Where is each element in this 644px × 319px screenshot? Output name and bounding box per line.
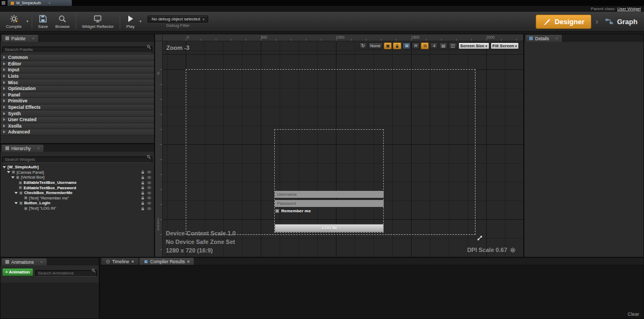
localization-preview-button[interactable]: ▣ <box>384 42 392 49</box>
expander-icon[interactable] <box>14 192 18 194</box>
anchor-none-button[interactable]: None <box>368 42 383 49</box>
palette-category-common[interactable]: Common <box>1 55 154 61</box>
tree-item-text-rememberme[interactable]: [Text] "Remember me" <box>1 196 154 201</box>
tree-item-editabletextbox-username[interactable]: EditableTextBox_Username <box>1 180 154 186</box>
close-icon[interactable]: × <box>32 36 34 41</box>
preview-username-textbox[interactable]: Username <box>275 191 384 198</box>
eye-icon[interactable] <box>147 175 151 180</box>
hierarchy-search-input[interactable] <box>2 157 152 163</box>
save-button[interactable]: Save <box>34 12 52 31</box>
lock-icon[interactable] <box>141 196 145 200</box>
grid-snap-button[interactable]: ⊞ <box>402 42 411 49</box>
tree-item-canvas-panel[interactable]: [Canvas Panel] <box>1 170 154 175</box>
palette-category-xsolla[interactable]: Xsolla <box>1 123 154 130</box>
animations-tab[interactable]: Animations × <box>2 258 47 265</box>
preview-remember-checkbox-row[interactable]: Remember me <box>275 209 311 213</box>
palette-category-advanced[interactable]: Advanced <box>1 129 154 136</box>
expander-icon[interactable] <box>3 112 5 115</box>
expander-icon[interactable] <box>11 176 14 179</box>
hierarchy-tab[interactable]: Hierarchy × <box>2 145 43 152</box>
lock-icon[interactable] <box>141 186 145 190</box>
tree-item-button-login[interactable]: Button_LogIn <box>1 201 154 206</box>
expander-icon[interactable] <box>3 87 5 90</box>
debug-object-dropdown[interactable]: No debug object selected ▾ <box>148 16 208 23</box>
eye-icon[interactable] <box>147 181 151 185</box>
tree-item-checkbox-rememberme[interactable]: CheckBox_RememberMe <box>1 190 154 196</box>
timeline-tab[interactable]: Timeline × <box>101 258 138 265</box>
design-viewport[interactable]: Zoom -3 Username Password Remember me LO… <box>163 41 523 257</box>
tree-item-root[interactable]: [W_SimpleAuth] <box>1 165 154 170</box>
lock-icon[interactable] <box>141 206 145 211</box>
compiler-results-tab[interactable]: Compiler Results × <box>140 258 194 265</box>
compile-options-caret[interactable]: ▾ <box>25 19 30 24</box>
designer-mode-button[interactable]: Designer <box>536 14 591 29</box>
details-tab[interactable]: Details × <box>525 35 562 42</box>
play-options-caret[interactable]: ▾ <box>138 19 143 24</box>
palette-category-panel[interactable]: Panel <box>1 92 154 99</box>
palette-category-synth[interactable]: Synth <box>1 110 154 117</box>
aspect-ratio-button[interactable]: ◫ <box>449 42 457 49</box>
expander-icon[interactable] <box>3 93 5 97</box>
palette-category-primitive[interactable]: Primitive <box>1 98 154 105</box>
expander-icon[interactable] <box>3 68 5 71</box>
close-icon[interactable]: × <box>555 36 558 41</box>
checkbox-box-icon[interactable] <box>275 209 279 213</box>
fill-screen-dropdown[interactable]: Fill Screen▾ <box>491 42 519 49</box>
lock-icon[interactable] <box>141 201 145 205</box>
layout-grid-button[interactable]: ⊞ <box>421 42 429 49</box>
eye-icon[interactable] <box>147 170 151 174</box>
resize-handle-icon[interactable] <box>477 235 483 241</box>
expander-icon[interactable] <box>7 171 10 173</box>
lock-icon[interactable] <box>141 175 145 180</box>
clear-log-button[interactable]: Clear <box>627 311 639 317</box>
lock-icon[interactable] <box>141 170 145 174</box>
palette-category-lists[interactable]: Lists <box>1 73 154 80</box>
lock-icon[interactable] <box>141 191 145 195</box>
expander-icon[interactable] <box>3 99 5 102</box>
eye-icon[interactable] <box>147 201 151 205</box>
expander-icon[interactable] <box>3 81 5 84</box>
eye-icon[interactable] <box>147 191 151 195</box>
palette-category-optimization[interactable]: Optimization <box>1 86 154 92</box>
parent-class-link[interactable]: User Widget <box>617 6 641 11</box>
graph-mode-button[interactable]: Graph <box>603 18 640 26</box>
close-icon[interactable]: × <box>40 259 43 264</box>
close-icon[interactable]: × <box>48 1 50 5</box>
palette-category-user-created[interactable]: User Created <box>1 117 154 123</box>
expander-icon[interactable] <box>3 62 5 65</box>
expander-icon[interactable] <box>3 166 6 168</box>
document-tab[interactable]: W_SimpleAuth × <box>8 0 72 6</box>
lock-icon[interactable] <box>141 181 145 185</box>
palette-category-input[interactable]: Input <box>1 67 154 73</box>
tree-item-editabletextbox-password[interactable]: EditableTextBox_Password <box>1 185 154 190</box>
expander-icon[interactable] <box>3 56 5 59</box>
eye-icon[interactable] <box>147 206 151 211</box>
snap-size-button[interactable]: 4 <box>430 42 438 49</box>
preview-login-button[interactable]: LOG IN <box>275 224 384 232</box>
screen-size-dropdown[interactable]: Screen Size▾ <box>458 42 489 49</box>
widget-reflector-button[interactable]: Widget Reflector <box>78 12 118 31</box>
add-animation-button[interactable]: + Animation <box>2 268 33 276</box>
palette-category-editor[interactable]: Editor <box>1 61 154 68</box>
compile-button[interactable]: Compile <box>2 12 25 31</box>
flow-direction-button[interactable]: ▤ <box>439 42 448 49</box>
preview-password-textbox[interactable]: Password <box>275 200 384 207</box>
lock-toggle-button[interactable] <box>393 42 401 49</box>
browse-button[interactable]: Browse <box>52 12 74 31</box>
expander-icon[interactable] <box>3 106 5 109</box>
animations-search-input[interactable] <box>35 270 97 277</box>
close-icon[interactable]: × <box>131 259 134 264</box>
tree-item-text-login[interactable]: [Text] "LOG IN" <box>1 206 154 211</box>
eye-icon[interactable] <box>147 186 151 190</box>
palette-search-input[interactable] <box>2 47 152 53</box>
palette-category-special-effects[interactable]: Special Effects <box>1 105 154 111</box>
refresh-button[interactable]: ↻ <box>359 42 367 49</box>
expander-icon[interactable] <box>3 75 5 78</box>
play-button[interactable]: Play <box>122 12 138 31</box>
close-icon[interactable]: × <box>187 259 190 264</box>
close-icon[interactable]: × <box>37 146 40 151</box>
expander-icon[interactable] <box>3 118 5 121</box>
expander-icon[interactable] <box>14 202 18 204</box>
dpi-settings-gear-icon[interactable] <box>510 247 516 253</box>
expander-icon[interactable] <box>3 130 5 133</box>
